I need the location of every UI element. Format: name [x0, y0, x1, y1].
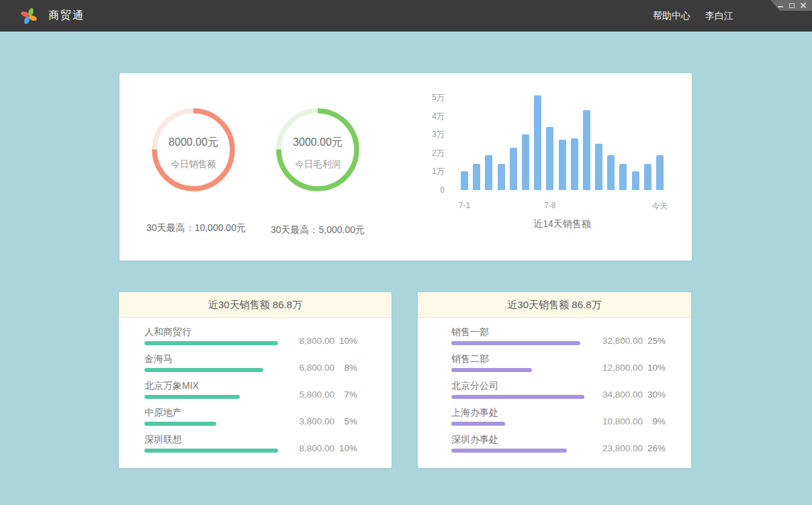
- item-amount: 34,800.00: [594, 390, 643, 400]
- item-amount: 32,800.00: [594, 336, 643, 346]
- item-percent: 7%: [334, 390, 357, 400]
- bar: [498, 164, 505, 190]
- item-name: 金海马: [144, 353, 286, 364]
- departments-list: 销售一部32,800.0025%销售二部12,800.0010%北京分公司34,…: [418, 318, 691, 459]
- item-amount: 8,800.00: [286, 336, 334, 346]
- item-percent: 25%: [643, 336, 666, 346]
- item-progress-bar: [451, 368, 532, 372]
- bar: [510, 148, 517, 190]
- item-progress-bar: [144, 449, 278, 453]
- y-axis-tick-label: 3万: [408, 129, 445, 140]
- y-axis-tick-label: 2万: [408, 148, 445, 158]
- bar: [644, 164, 651, 190]
- bar: [522, 134, 529, 190]
- customers-list: 人和商贸行8,800.0010%金海马6,800.008%北京万象MIX5,80…: [119, 318, 392, 459]
- bar: [571, 138, 578, 190]
- list-item: 北京分公司34,800.0030%: [451, 378, 666, 405]
- today-profit-label: 今日毛利润: [295, 158, 341, 171]
- today-sales-value: 8000.00元: [169, 136, 218, 150]
- item-name: 北京万象MIX: [144, 380, 286, 391]
- item-name: 深圳办事处: [451, 434, 594, 445]
- item-percent: 9%: [643, 417, 666, 426]
- item-progress-bar: [451, 449, 567, 453]
- bar: [619, 164, 627, 190]
- titlebar-nav: 帮助中心 李白江: [653, 10, 733, 22]
- item-amount: 3,800.00: [286, 417, 334, 426]
- list-item: 深圳办事处23,800.0026%: [451, 432, 666, 459]
- today-profit-gauge: 3000.00元 今日毛利润: [271, 103, 365, 197]
- x-axis-tick-label: 今天: [640, 201, 680, 212]
- app-title: 商贸通: [48, 9, 85, 23]
- item-amount: 23,800.00: [594, 444, 643, 453]
- list-item: 人和商贸行8,800.0010%: [144, 324, 357, 351]
- bar: [559, 140, 566, 190]
- customers-card-title: 近30天销售额 86.8万: [119, 292, 392, 318]
- y-axis-tick-label: 0: [408, 185, 445, 195]
- username-link[interactable]: 李白江: [705, 10, 733, 22]
- item-progress-bar: [451, 422, 505, 426]
- list-item: 北京万象MIX5,800.007%: [144, 378, 357, 405]
- item-percent: 30%: [643, 390, 666, 400]
- bar: [534, 95, 541, 190]
- close-icon[interactable]: [801, 3, 806, 8]
- bar: [473, 164, 480, 190]
- item-progress-bar: [144, 368, 263, 372]
- y-axis-tick-label: 1万: [408, 166, 445, 177]
- x-axis-tick-label: 7-8: [530, 201, 570, 210]
- today-profit-30d-high: 30天最高：5,000.00元: [261, 224, 375, 236]
- help-center-link[interactable]: 帮助中心: [653, 10, 690, 22]
- y-axis-tick-label: 4万: [408, 111, 445, 122]
- list-item: 深圳联想8,800.0010%: [144, 432, 357, 459]
- bar: [607, 155, 615, 190]
- item-name: 上海办事处: [451, 407, 594, 418]
- item-progress-bar: [451, 395, 584, 399]
- list-item: 上海办事处10,800.009%: [451, 405, 666, 432]
- item-name: 销售一部: [451, 326, 594, 337]
- sales-14d-bar-chart: [461, 93, 664, 190]
- item-percent: 10%: [643, 363, 666, 373]
- y-axis-tick-label: 5万: [408, 92, 445, 103]
- item-amount: 8,800.00: [286, 444, 334, 453]
- item-percent: 8%: [334, 363, 357, 373]
- departments-sales-card: 近30天销售额 86.8万 销售一部32,800.0025%销售二部12,800…: [418, 292, 691, 468]
- list-item: 中原地产3,800.005%: [144, 405, 357, 432]
- item-name: 北京分公司: [451, 380, 594, 391]
- today-sales-gauge: 8000.00元 今日销售额: [146, 103, 240, 197]
- item-progress-bar: [451, 341, 580, 345]
- item-name: 中原地产: [144, 407, 286, 418]
- bar: [461, 171, 468, 190]
- bar: [583, 110, 590, 190]
- item-name: 销售二部: [451, 353, 594, 364]
- today-sales-label: 今日销售额: [171, 158, 216, 171]
- x-axis-tick-label: 7-1: [445, 201, 485, 210]
- item-amount: 6,800.00: [286, 363, 334, 373]
- item-progress-bar: [144, 422, 216, 426]
- item-percent: 5%: [334, 417, 357, 426]
- item-amount: 5,800.00: [286, 390, 334, 400]
- departments-card-title: 近30天销售额 86.8万: [418, 292, 691, 318]
- item-percent: 10%: [334, 336, 357, 346]
- item-amount: 10,800.00: [594, 417, 643, 426]
- app-logo-pinwheel-icon: [20, 7, 38, 25]
- list-item: 金海马6,800.008%: [144, 351, 357, 378]
- list-item: 销售二部12,800.0010%: [451, 351, 666, 378]
- bar: [632, 171, 639, 190]
- today-sales-30d-high: 30天最高：10,000.00元: [136, 222, 257, 234]
- titlebar: 商贸通 帮助中心 李白江: [0, 0, 812, 32]
- bar: [546, 127, 553, 190]
- maximize-icon[interactable]: [789, 3, 795, 8]
- summary-card: 8000.00元 今日销售额 30天最高：10,000.00元 3000.00元…: [120, 73, 692, 261]
- today-profit-value: 3000.00元: [293, 136, 343, 150]
- bar: [485, 155, 492, 190]
- bar: [595, 144, 602, 190]
- item-name: 深圳联想: [144, 434, 286, 445]
- bar-chart-caption: 近14天销售额: [461, 218, 664, 230]
- item-name: 人和商贸行: [144, 326, 286, 337]
- app-window: 商贸通 帮助中心 李白江 8000.00元 今日销售额 30天最高：10,000…: [0, 0, 812, 505]
- item-progress-bar: [144, 395, 240, 399]
- bar: [656, 155, 664, 190]
- list-item: 销售一部32,800.0025%: [451, 324, 666, 351]
- item-progress-bar: [144, 341, 278, 345]
- minimize-icon[interactable]: [778, 6, 783, 7]
- customers-sales-card: 近30天销售额 86.8万 人和商贸行8,800.0010%金海马6,800.0…: [119, 292, 392, 468]
